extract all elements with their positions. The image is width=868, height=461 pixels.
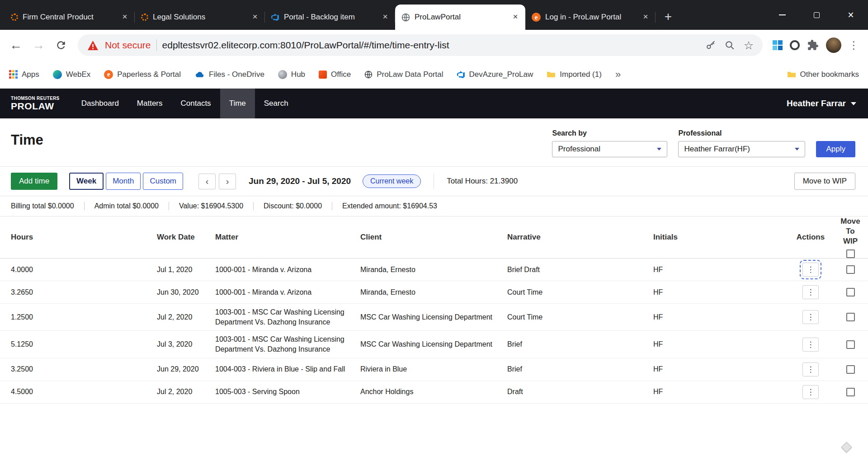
professional-group: Professional Heather Farrar(HF) [678, 129, 805, 157]
browser-tab-prolawportal[interactable]: ProLawPortal × [395, 5, 525, 30]
bookmark-star-icon[interactable]: ☆ [742, 38, 755, 52]
bookmark-webex[interactable]: WebEx [53, 70, 91, 79]
kebab-icon: ⋮ [807, 312, 815, 322]
row-move-to-wip-checkbox[interactable] [846, 288, 855, 296]
nav-item-matters[interactable]: Matters [128, 89, 172, 118]
bookmark-label: Apps [22, 70, 39, 79]
tab-close-icon[interactable]: × [510, 12, 521, 23]
url-text[interactable]: edpltestsvr02.elitecorp.com:8010/ProLawP… [162, 40, 698, 51]
forward-button[interactable]: → [28, 35, 49, 56]
cell-matter: 1004-003 - Riviera in Blue - Slip and Fa… [215, 361, 360, 378]
squares-extension-icon[interactable] [773, 40, 783, 50]
row-actions-button[interactable]: ⋮ [802, 362, 819, 376]
select-all-checkbox[interactable] [846, 249, 855, 258]
row-move-to-wip-checkbox[interactable] [846, 388, 855, 396]
row-actions-button[interactable]: ⋮ [802, 385, 819, 399]
browser-tab-firm-central[interactable]: Firm Central Product × [5, 5, 135, 30]
bookmark-prolaw-data-portal[interactable]: ProLaw Data Portal [364, 70, 443, 79]
bookmark-label: DevAzure_ProLaw [469, 70, 533, 79]
circle-extension-icon[interactable] [790, 40, 800, 50]
user-menu[interactable]: Heather Farrar [775, 89, 868, 118]
current-week-button[interactable]: Current week [363, 174, 421, 188]
row-move-to-wip-checkbox[interactable] [846, 313, 855, 321]
password-key-icon[interactable] [704, 38, 717, 52]
header-actions: Actions [784, 233, 837, 242]
time-toolbar: Add time Week Month Custom ‹ › Jun 29, 2… [0, 167, 868, 196]
window-maximize-button[interactable] [799, 0, 834, 30]
address-bar[interactable]: Not secure edpltestsvr02.elitecorp.com:8… [78, 34, 763, 56]
window-close-button[interactable]: × [834, 0, 868, 30]
bookmark-onedrive[interactable]: Files - OneDrive [194, 70, 264, 79]
header-work-date: Work Date [157, 233, 215, 242]
search-by-select[interactable]: Professional [552, 141, 667, 157]
view-week-button[interactable]: Week [69, 173, 104, 190]
extensions-puzzle-icon[interactable] [807, 39, 819, 51]
table-row[interactable]: 1.2500 Jul 2, 2020 1003-001 - MSC Car Wa… [0, 304, 868, 331]
search-by-label: Search by [552, 129, 667, 137]
table-row[interactable]: 4.0000 Jul 1, 2020 1000-001 - Miranda v.… [0, 259, 868, 281]
minimize-icon [779, 14, 786, 15]
view-month-button[interactable]: Month [106, 173, 141, 190]
row-move-to-wip-checkbox[interactable] [846, 340, 855, 349]
cell-hours: 1.2500 [11, 309, 157, 326]
bookmark-apps[interactable]: Apps [9, 70, 39, 79]
tab-close-icon[interactable]: × [640, 12, 651, 23]
bookmark-devazure-prolaw[interactable]: DevAzure_ProLaw [457, 70, 533, 79]
row-move-to-wip-checkbox[interactable] [846, 265, 855, 274]
zoom-magnifier-icon[interactable] [723, 38, 736, 52]
row-actions-button[interactable]: ⋮ [802, 338, 819, 352]
apply-button[interactable]: Apply [816, 141, 855, 157]
cell-move-to-wip [837, 337, 864, 353]
azure-devops-icon [271, 13, 279, 21]
header-narrative: Narrative [507, 233, 653, 242]
next-week-button[interactable]: › [219, 174, 236, 189]
table-row[interactable]: 5.1250 Jul 3, 2020 1003-001 - MSC Car Wa… [0, 331, 868, 358]
nav-item-time[interactable]: Time [220, 89, 255, 118]
window-minimize-button[interactable] [765, 0, 799, 30]
profile-avatar[interactable] [826, 38, 841, 53]
row-actions-button[interactable]: ⋮ [802, 285, 819, 299]
view-custom-button[interactable]: Custom [143, 173, 183, 190]
row-actions-button[interactable]: ⋮ [802, 263, 819, 277]
extension-icons: ⋮ [769, 38, 863, 53]
tab-close-icon[interactable]: × [380, 12, 391, 23]
cell-client: Miranda, Ernesto [360, 261, 507, 278]
new-tab-button[interactable]: + [660, 9, 676, 25]
row-move-to-wip-checkbox[interactable] [846, 365, 855, 374]
bookmark-hub[interactable]: Hub [278, 70, 305, 79]
add-time-button[interactable]: Add time [11, 173, 57, 190]
previous-week-button[interactable]: ‹ [198, 174, 216, 189]
reload-button[interactable] [51, 35, 71, 56]
cell-actions: ⋮ [784, 306, 837, 328]
cell-client: Miranda, Ernesto [360, 284, 507, 301]
summary-extended-amount: Extended amount: $16904.53 [332, 202, 447, 210]
table-row[interactable]: 3.2500 Jun 29, 2020 1004-003 - Riviera i… [0, 358, 868, 381]
browser-tab-portal-backlog[interactable]: Portal - Backlog item × [265, 5, 395, 30]
search-by-value: Professional [558, 145, 600, 154]
other-bookmarks-button[interactable]: Other bookmarks [787, 70, 859, 79]
nav-item-dashboard[interactable]: Dashboard [72, 89, 128, 118]
move-to-wip-button[interactable]: Move to WIP [794, 173, 855, 190]
row-actions-button[interactable]: ⋮ [802, 310, 819, 324]
nav-item-contacts[interactable]: Contacts [172, 89, 220, 118]
cell-actions: ⋮ [784, 282, 837, 303]
table-row[interactable]: 4.5000 Jul 2, 2020 1005-003 - Serving Sp… [0, 381, 868, 404]
onedrive-cloud-icon [194, 71, 205, 78]
back-button[interactable]: ← [5, 35, 26, 56]
browser-tab-login-prolaw[interactable]: e Log in - ProLaw Portal × [525, 5, 656, 30]
cell-work-date: Jun 29, 2020 [157, 361, 215, 378]
cell-initials: HF [653, 383, 784, 400]
bookmark-imported[interactable]: Imported (1) [547, 70, 602, 79]
nav-item-search[interactable]: Search [255, 89, 297, 118]
cell-work-date: Jul 2, 2020 [157, 383, 215, 400]
tab-close-icon[interactable]: × [119, 12, 130, 23]
bookmarks-overflow-icon[interactable]: » [615, 69, 621, 80]
security-status-label[interactable]: Not secure [105, 40, 151, 51]
table-row[interactable]: 3.2650 Jun 30, 2020 1000-001 - Miranda v… [0, 281, 868, 304]
bookmark-office[interactable]: Office [319, 70, 351, 79]
browser-menu-icon[interactable]: ⋮ [849, 39, 859, 52]
bookmark-paperless-portal[interactable]: e Paperless & Portal [104, 70, 181, 79]
professional-select[interactable]: Heather Farrar(HF) [678, 141, 805, 157]
browser-tab-legal-solutions[interactable]: Legal Solutions × [135, 5, 265, 30]
tab-close-icon[interactable]: × [250, 12, 260, 23]
